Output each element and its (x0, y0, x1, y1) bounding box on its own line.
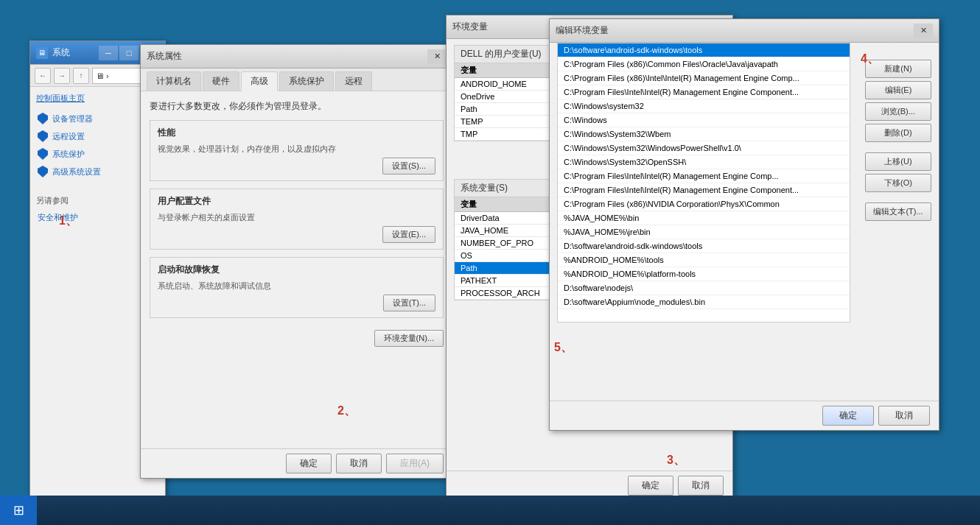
path-item[interactable]: %JAVA_HOME%\bin (558, 211, 850, 225)
profile-section: 用户配置文件 与登录帐户相关的桌面设置 设置(E)... (150, 188, 444, 250)
startup-section: 启动和故障恢复 系统启动、系统故障和调试信息 设置(T)... (150, 257, 444, 318)
startup-desc: 系统启动、系统故障和调试信息 (158, 281, 435, 292)
env-variables-button[interactable]: 环境变量(N)... (374, 330, 444, 347)
path-list-container: D:\software\android-sdk-windows\tools C:… (550, 43, 858, 323)
envvar-cancel-button[interactable]: 取消 (678, 476, 724, 496)
maximize-button[interactable]: □ (119, 46, 139, 60)
path-item[interactable]: D:\software\nodejs\ (558, 281, 850, 295)
system-icon: 🖥 (36, 47, 48, 59)
path-list: D:\software\android-sdk-windows\tools C:… (557, 43, 850, 323)
breadcrumb: 🖥 › (92, 68, 141, 84)
tab-advanced[interactable]: 高级 (241, 71, 278, 91)
editenv-window: 编辑环境变量 ✕ D:\software\android-sdk-windows… (549, 18, 939, 431)
path-item[interactable]: C:\Program Files\Intel\Intel(R) Manageme… (558, 183, 850, 197)
profile-desc: 与登录帐户相关的桌面设置 (158, 212, 435, 223)
annotation-3: 3、 (667, 453, 685, 468)
editenv-titlebar: 编辑环境变量 ✕ (550, 19, 939, 43)
path-item[interactable]: D:\software\android-sdk-windows\tools (558, 43, 850, 57)
path-item[interactable]: C:\Windows (558, 113, 850, 127)
editenv-sidebar-buttons: 新建(N) 编辑(E) 浏览(B)... 删除(D) 上移(U) 下移(O) 编… (865, 60, 931, 221)
path-item[interactable]: C:\Program Files (x86)\Intel\Intel(R) Ma… (558, 71, 850, 85)
sysprop-footer: 确定 取消 应用(A) (141, 448, 452, 478)
forward-button[interactable]: → (54, 68, 70, 84)
sysprop-window-controls: ✕ (427, 49, 447, 64)
back-button[interactable]: ← (35, 68, 51, 84)
editenv-footer: 确定 取消 (550, 401, 939, 430)
path-item[interactable]: C:\Program Files\Intel\Intel(R) Manageme… (558, 85, 850, 99)
sysprop-title: 系统属性 (147, 50, 427, 63)
editenv-cancel-button[interactable]: 取消 (878, 406, 930, 426)
editenv-title: 编辑环境变量 (556, 24, 914, 37)
tab-remote[interactable]: 远程 (335, 71, 372, 91)
taskbar: ⊞ (0, 496, 980, 525)
minimize-button[interactable]: ─ (99, 46, 118, 60)
path-item[interactable]: C:\Windows\System32\OpenSSH\ (558, 155, 850, 169)
tab-computer-name[interactable]: 计算机名 (147, 71, 201, 91)
path-item[interactable]: C:\Windows\system32 (558, 99, 850, 113)
shield-icon (38, 113, 48, 124)
start-button[interactable]: ⊞ (0, 496, 37, 525)
system-title: 系统 (52, 46, 99, 59)
annotation-5: 5、 (554, 340, 573, 356)
profile-title: 用户配置文件 (158, 195, 435, 208)
editenv-window-controls: ✕ (914, 24, 933, 38)
editenv-ok-button[interactable]: 确定 (822, 406, 874, 426)
performance-settings-button[interactable]: 设置(S)... (382, 158, 435, 175)
sidebar-item-label: 远程设置 (52, 131, 85, 142)
sidebar-item-label: 系统保护 (52, 149, 85, 160)
startup-settings-button[interactable]: 设置(T)... (383, 295, 435, 311)
up-button[interactable]: ↑ (73, 68, 89, 84)
path-item[interactable]: C:\Program Files\Intel\Intel(R) Manageme… (558, 169, 850, 183)
ok-button[interactable]: 确定 (286, 454, 332, 473)
annotation-1: 1、 (59, 214, 77, 229)
performance-desc: 视觉效果，处理器计划，内存使用，以及虚拟内存 (158, 144, 435, 155)
shield-icon (38, 166, 48, 177)
path-item[interactable]: C:\Program Files (x86)\Common Files\Orac… (558, 57, 850, 71)
cancel-button[interactable]: 取消 (336, 454, 382, 473)
profile-settings-button[interactable]: 设置(E)... (382, 226, 435, 243)
apply-button[interactable]: 应用(A) (386, 454, 444, 473)
edit-button[interactable]: 编辑(E) (865, 81, 931, 99)
startup-title: 启动和故障恢复 (158, 264, 435, 276)
sidebar-item-label: 高级系统设置 (52, 166, 101, 177)
path-item[interactable]: C:\Windows\System32\WindowsPowerShell\v1… (558, 141, 850, 155)
sysprop-window: 系统属性 ✕ 计算机名 硬件 高级 系统保护 远程 要进行大多数更改，你必须作为… (140, 44, 453, 479)
edit-text-button[interactable]: 编辑文本(T)... (865, 202, 931, 221)
delete-button[interactable]: 删除(D) (865, 124, 931, 142)
path-item[interactable]: C:\Windows\System32\Wbem (558, 127, 850, 141)
sidebar-item-label: 设备管理器 (52, 113, 93, 124)
path-item[interactable]: %ANDROID_HOME%\platform-tools (558, 267, 850, 281)
annotation-4: 4、 (861, 52, 879, 67)
tab-hardware[interactable]: 硬件 (203, 71, 239, 91)
shield-icon (38, 148, 48, 160)
path-item[interactable]: D:\software\Appium\node_modules\.bin (558, 295, 850, 309)
performance-title: 性能 (158, 127, 435, 139)
move-up-button[interactable]: 上移(U) (865, 152, 931, 171)
annotation-2: 2、 (337, 404, 356, 419)
move-down-button[interactable]: 下移(O) (865, 174, 931, 192)
path-item[interactable]: %ANDROID_HOME%\tools (558, 253, 850, 267)
admin-notice: 要进行大多数更改，你必须作为管理员登录。 (150, 100, 444, 113)
editenv-close-button[interactable]: ✕ (914, 24, 933, 38)
tab-bar: 计算机名 硬件 高级 系统保护 远程 (141, 68, 452, 91)
sysprop-content: 要进行大多数更改，你必须作为管理员登录。 性能 视觉效果，处理器计划，内存使用，… (141, 91, 452, 356)
path-item[interactable]: %JAVA_HOME%\jre\bin (558, 225, 850, 239)
tab-system-protection[interactable]: 系统保护 (279, 71, 334, 91)
performance-section: 性能 视觉效果，处理器计划，内存使用，以及虚拟内存 设置(S)... (150, 120, 444, 181)
path-item[interactable]: D:\software\android-sdk-windows\tools (558, 239, 850, 253)
sysprop-close-button[interactable]: ✕ (427, 49, 447, 64)
env-btn-row: 环境变量(N)... (150, 327, 444, 347)
envvar-ok-button[interactable]: 确定 (628, 476, 673, 496)
path-item[interactable]: C:\Program Files (x86)\NVIDIA Corporatio… (558, 197, 850, 211)
sysprop-titlebar: 系统属性 ✕ (141, 45, 452, 68)
shield-icon (38, 130, 48, 142)
browse-button[interactable]: 浏览(B)... (865, 102, 931, 121)
